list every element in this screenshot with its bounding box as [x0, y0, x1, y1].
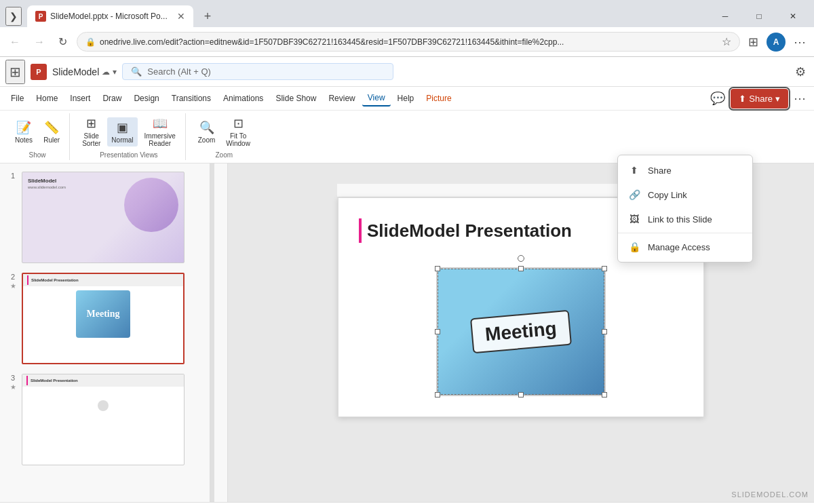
ribbon-group-show: 📝 Notes 📏 Ruler Show: [5, 113, 70, 160]
share-icon: ⬆: [739, 94, 746, 104]
url-text: onedrive.live.com/edit?action=editnew&id…: [100, 37, 718, 47]
tab-close-icon[interactable]: ✕: [177, 11, 185, 22]
slide-3-title: SlideModel Presentation: [31, 379, 78, 383]
menu-transitions[interactable]: Transitions: [166, 91, 216, 106]
slide-number-3: 3 ★: [8, 374, 18, 391]
ruler-icon: 📏: [44, 120, 59, 135]
sidebar-toggle-button[interactable]: ⊞: [745, 32, 761, 52]
slide-thumbnail-2: SlideModel Presentation Meeting: [22, 273, 185, 364]
slide-2-image: Meeting: [76, 290, 130, 338]
tab-dropdown-btn[interactable]: ❯: [5, 7, 22, 26]
menu-slideshow[interactable]: Slide Show: [270, 91, 322, 106]
ribbon-group-presentation-views: ⊞ SlideSorter ▣ Normal 📖 ImmersiveReader…: [73, 113, 186, 160]
ribbon-group-zoom-label: Zoom: [216, 151, 233, 160]
search-input[interactable]: 🔍 Search (Alt + Q): [122, 63, 393, 80]
bookmark-icon[interactable]: ☆: [722, 35, 731, 48]
menu-design[interactable]: Design: [128, 91, 164, 106]
secure-icon: 🔒: [85, 37, 96, 47]
share-button[interactable]: ⬆ Share ▾: [731, 89, 788, 109]
search-icon: 🔍: [131, 66, 142, 77]
settings-button[interactable]: ⚙: [792, 62, 809, 82]
notes-icon: 📝: [16, 120, 31, 135]
ribbon-group-zoom: 🔍 Zoom ⊡ Fit ToWindow Zoom: [189, 113, 260, 160]
dropdown-copylink-item[interactable]: 🔗 Copy Link: [618, 182, 752, 207]
share-menu-icon: ⬆: [627, 163, 641, 177]
slide-3-placeholder: [98, 400, 109, 411]
share-menu-label: Share: [648, 166, 672, 176]
share-dropdown-icon: ▾: [775, 94, 780, 104]
zoom-icon: 🔍: [199, 120, 214, 135]
slide-item-3[interactable]: 3 ★ SlideModel Presentation: [5, 371, 204, 468]
dropdown-linktoslide-item[interactable]: 🖼 Link to this Slide: [618, 207, 752, 231]
slide-canvas-title: SlideModel Presentation: [367, 220, 572, 241]
back-button[interactable]: ←: [5, 33, 24, 51]
ruler-button[interactable]: 📏 Ruler: [39, 117, 64, 147]
minimize-button[interactable]: ─: [710, 6, 741, 26]
menu-home[interactable]: Home: [31, 91, 63, 106]
rotate-handle[interactable]: [518, 255, 524, 262]
menu-picture[interactable]: Picture: [421, 91, 457, 106]
menu-help[interactable]: Help: [392, 91, 420, 106]
profile-button[interactable]: A: [767, 33, 786, 52]
new-tab-button[interactable]: +: [199, 7, 217, 26]
forward-button[interactable]: →: [30, 33, 49, 51]
meeting-sign: Meeting: [470, 310, 572, 354]
slide-sorter-button[interactable]: ⊞ SlideSorter: [78, 113, 104, 150]
menu-review[interactable]: Review: [323, 91, 360, 106]
close-button[interactable]: ✕: [777, 6, 809, 26]
handle-tm[interactable]: [518, 266, 524, 271]
menu-animations[interactable]: Animations: [218, 91, 269, 106]
dropdown-separator: [618, 233, 752, 233]
immersive-reader-button[interactable]: 📖 ImmersiveReader: [140, 113, 180, 150]
meeting-sign-text: Meeting: [484, 317, 558, 345]
slide-item-2[interactable]: 2 ★ SlideModel Presentation Meeting: [5, 270, 204, 367]
active-tab[interactable]: P SlideModel.pptx - Microsoft Po... ✕: [27, 5, 193, 27]
linktoslide-menu-label: Link to this Slide: [648, 214, 712, 225]
meeting-image[interactable]: Meeting: [436, 267, 606, 396]
slide-number-1: 1: [8, 172, 18, 180]
handle-tr[interactable]: [602, 266, 607, 271]
menu-insert[interactable]: Insert: [64, 91, 96, 106]
apps-grid-button[interactable]: ⊞: [5, 60, 25, 84]
maximize-button[interactable]: □: [743, 6, 775, 26]
fit-window-icon: ⊡: [233, 116, 244, 131]
handle-mr[interactable]: [602, 329, 607, 334]
url-bar[interactable]: 🔒 onedrive.live.com/edit?action=editnew&…: [77, 32, 740, 52]
normal-view-button[interactable]: ▣ Normal: [107, 117, 137, 147]
slide-item-1[interactable]: 1 SlideModel www.slidemodel.com: [5, 169, 204, 266]
menu-file[interactable]: File: [5, 91, 29, 106]
fit-to-window-button[interactable]: ⊡ Fit ToWindow: [222, 113, 254, 150]
ribbon-group-show-label: Show: [29, 151, 46, 160]
slide-2-star-icon: ★: [10, 282, 16, 290]
slide-2-title: SlideModel Presentation: [31, 278, 79, 282]
slide-3-star-icon: ★: [10, 383, 16, 391]
manageaccess-menu-label: Manage Access: [648, 242, 710, 252]
ribbon-more-button[interactable]: ⋯: [791, 88, 809, 109]
handle-tl[interactable]: [435, 266, 440, 271]
menu-view[interactable]: View: [362, 90, 391, 106]
refresh-button[interactable]: ↻: [54, 33, 71, 51]
dropdown-manageaccess-item[interactable]: 🔒 Manage Access: [618, 235, 752, 259]
app-name-chevron-icon[interactable]: ▾: [113, 67, 117, 77]
handle-ml[interactable]: [435, 329, 440, 334]
notes-button[interactable]: 📝 Notes: [11, 117, 37, 147]
handle-bm[interactable]: [518, 392, 524, 398]
zoom-button[interactable]: 🔍 Zoom: [194, 117, 220, 147]
ribbon-group-pres-label: Presentation Views: [100, 151, 157, 160]
accent-bar: [359, 218, 362, 243]
slide-number-2: 2 ★: [8, 273, 18, 290]
menu-draw[interactable]: Draw: [97, 91, 127, 106]
app-name: SlideModel ☁ ▾: [52, 66, 117, 77]
vertical-ruler: [214, 163, 228, 502]
share-dropdown-menu: ⬆ Share 🔗 Copy Link 🖼 Link to this Slide…: [617, 155, 753, 263]
handle-br[interactable]: [602, 392, 607, 398]
app-logo-icon: P: [31, 64, 47, 80]
dropdown-share-item[interactable]: ⬆ Share: [618, 158, 752, 182]
comments-button[interactable]: 💬: [708, 88, 728, 109]
search-placeholder: Search (Alt + Q): [147, 66, 211, 77]
browser-menu-button[interactable]: ⋯: [791, 32, 809, 52]
tab-favicon: P: [35, 11, 46, 22]
cloud-save-icon: ☁: [102, 67, 110, 77]
handle-bl[interactable]: [435, 392, 440, 398]
immersive-reader-icon: 📖: [153, 116, 168, 131]
